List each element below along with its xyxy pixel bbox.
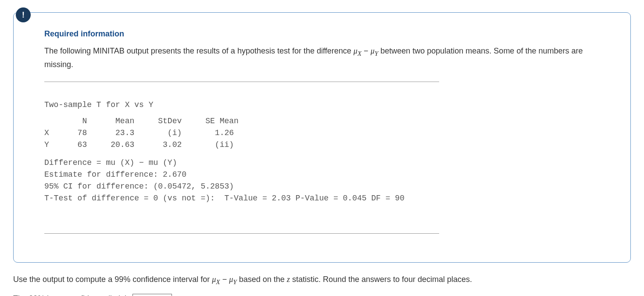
- minitab-diff-line: Difference = mu (X) − mu (Y): [44, 157, 439, 169]
- prompt-text-2: based on the: [237, 275, 287, 284]
- minitab-output: Two-sample T for X vs Y N Mean StDev SE …: [44, 82, 439, 234]
- minitab-row-y: Y 63 20.63 3.02 (ii): [44, 139, 439, 151]
- prompt-text-1: Use the output to compute a 99% confiden…: [13, 275, 212, 284]
- required-info-heading: Required information: [44, 28, 606, 40]
- mu-symbol-4: μ: [229, 275, 233, 284]
- lower-limit-input[interactable]: [132, 294, 172, 296]
- mu-sub-x-2: X: [216, 278, 220, 285]
- minitab-estimate-line: Estimate for difference: 2.670: [44, 169, 439, 181]
- minus-sign-2: −: [220, 275, 229, 284]
- mu-sub-x-1: X: [358, 50, 361, 57]
- question-section: Use the output to compute a 99% confiden…: [13, 274, 631, 296]
- z-statistic-label: z: [287, 275, 290, 284]
- minitab-ttest-line: T-Test of difference = 0 (vs not =): T-V…: [44, 193, 439, 204]
- minitab-table: N Mean StDev SE MeanX 78 23.3 (i) 1.26Y …: [44, 115, 439, 151]
- alert-icon-glyph: !: [22, 9, 25, 21]
- intro-paragraph: The following MINITAB output presents th…: [44, 45, 606, 71]
- minitab-header-row: N Mean StDev SE Mean: [44, 115, 439, 127]
- lower-period: .: [172, 294, 176, 296]
- required-info-box: ! Required information The following MIN…: [13, 12, 631, 263]
- mu-symbol-2: μ: [371, 46, 375, 55]
- mu-sub-y-1: Y: [375, 50, 379, 57]
- mu-sub-y-2: Y: [233, 278, 237, 285]
- alert-icon: !: [16, 7, 31, 22]
- mu-symbol-3: μ: [212, 275, 216, 284]
- minitab-title: Two-sample T for X vs Y: [44, 99, 439, 111]
- minitab-row-x: X 78 23.3 (i) 1.26: [44, 127, 439, 139]
- minitab-ci-line: 95% CI for difference: (0.05472, 5.2853): [44, 181, 439, 193]
- lower-limit-line: The 99% lower confidence limit is .: [13, 293, 631, 296]
- question-prompt: Use the output to compute a 99% confiden…: [13, 274, 631, 287]
- intro-text-part1: The following MINITAB output presents th…: [44, 46, 354, 55]
- minus-sign-1: −: [361, 46, 371, 55]
- prompt-text-3: statistic. Round the answers to four dec…: [290, 275, 472, 284]
- lower-limit-label: The 99% lower confidence limit is: [13, 294, 132, 296]
- mu-symbol-1: μ: [354, 46, 358, 55]
